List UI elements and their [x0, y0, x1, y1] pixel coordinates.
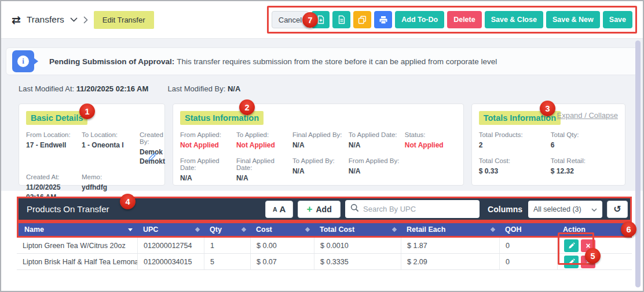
add-todo-button[interactable]: Add To-Do	[395, 11, 444, 28]
basic-details-title: Basic Details	[26, 111, 87, 125]
field-to-applied: To Applied: Not Applied	[236, 131, 288, 150]
annotation-rect-toolbar: Cancel Add To-Do Delete Save & Close Sav…	[267, 6, 637, 34]
column-header-action: Action	[557, 226, 630, 234]
approval-banner: i Pending Submission of Approval:This tr…	[6, 47, 638, 75]
cell-retail-each: $ 1.87	[401, 238, 499, 253]
products-table-body: Lipton Green Tea W/Citrus 20oz 012000012…	[17, 238, 632, 270]
table-header-row: Name UPC Qty Cost Total Cost Retail Each	[19, 223, 630, 236]
field-status: Status: Not Applied	[405, 131, 456, 150]
columns-label: Columns	[488, 205, 522, 214]
products-title: Products On Transfer	[27, 204, 109, 214]
font-size-toggle-button[interactable]: A A	[265, 201, 293, 218]
field-from-location: From Location: 17 - Endwell	[26, 131, 77, 166]
cell-total-cost: $ 0.0010	[314, 238, 401, 253]
cell-qoh: 0	[499, 238, 557, 253]
cell-retail-each: $ 2.09	[401, 254, 499, 269]
annotation-rect-products-bar: Products On Transfer A A + Add Columns	[17, 197, 632, 221]
table-row: Lipton Green Tea W/Citrus 20oz 012000012…	[17, 238, 632, 254]
delete-button[interactable]: Delete	[447, 11, 482, 28]
callout-3: 3	[540, 101, 555, 116]
edit-row-pencil-icon[interactable]	[564, 256, 579, 268]
callout-5: 5	[585, 248, 601, 264]
file-lines-icon[interactable]	[332, 11, 350, 28]
field-total-retail: Total Retail: $ 12.32	[551, 157, 618, 176]
breadcrumb: ⇄ Transfers Edit Transfer	[12, 11, 154, 29]
callout-6: 6	[621, 221, 636, 237]
cell-upc: 012000034015	[137, 254, 204, 269]
column-header-cost[interactable]: Cost	[250, 226, 314, 234]
column-header-name[interactable]: Name	[19, 226, 137, 234]
transfers-icon: ⇄	[12, 13, 21, 26]
table-row: Lipton Brisk Half & Half Tea Lemonade 1 …	[17, 254, 632, 270]
breadcrumb-module[interactable]: Transfers	[27, 14, 64, 25]
vertical-scrollbar[interactable]	[635, 40, 641, 287]
add-product-button[interactable]: + Add	[298, 201, 341, 218]
banner-text: Pending Submission of Approval:This tran…	[49, 57, 497, 66]
plus-icon: +	[307, 204, 313, 215]
breadcrumb-separator-icon	[83, 16, 88, 24]
cell-qoh: 0	[499, 254, 557, 269]
callout-2: 2	[239, 99, 255, 115]
modified-at-label: Last Modified At:	[19, 84, 74, 93]
save-button[interactable]: Save	[603, 11, 632, 28]
products-toolbar: Products On Transfer A A + Add Columns	[19, 198, 630, 220]
sort-icon	[491, 227, 495, 232]
cell-cost: $ 0.07	[250, 254, 314, 269]
sort-icon	[195, 227, 200, 232]
detail-panels: Basic Details From Location: 17 - Endwel…	[19, 104, 625, 186]
banner-title: Pending Submission of Approval:	[49, 57, 174, 66]
field-to-applied-date: To Applied Date: N/A	[349, 131, 400, 150]
modified-by-value: N/A	[228, 84, 240, 93]
sort-desc-icon	[128, 228, 133, 231]
modified-at-value: 11/20/2025 02:16 AM	[76, 84, 149, 93]
banner-message: This transfer requires submission from t…	[177, 57, 497, 66]
field-final-applied-by: Final Applied By: N/A	[292, 131, 344, 150]
copy-icon[interactable]	[353, 11, 371, 28]
column-header-retail-each[interactable]: Retail Each	[401, 226, 499, 234]
field-total-products: Total Products: 2	[479, 131, 546, 150]
column-header-qoh[interactable]: QOH	[499, 226, 557, 234]
cell-name: Lipton Brisk Half & Half Tea Lemonade 1 …	[17, 254, 137, 269]
callout-1: 1	[79, 104, 95, 119]
chevron-down-icon[interactable]	[70, 17, 78, 22]
cell-cost: $ 0.00	[250, 238, 314, 253]
field-total-cost: Total Cost: $ 0.33	[479, 157, 546, 176]
cell-qty: 5	[204, 254, 250, 269]
search-icon	[350, 204, 359, 215]
field-to-location: To Location: 1 - Oneonta I	[82, 131, 135, 166]
last-modified-row: Last Modified At: 11/20/2025 02:16 AM La…	[19, 84, 643, 93]
cell-upc: 012000012754	[137, 238, 204, 253]
upc-search-box	[345, 200, 480, 218]
info-icon: i	[12, 50, 34, 72]
scrollbar-thumb[interactable]	[635, 40, 641, 287]
callout-7: 7	[302, 12, 318, 28]
field-total-qty: Total Qty: 6	[551, 131, 618, 150]
search-input[interactable]	[363, 205, 474, 213]
sort-icon	[305, 227, 310, 232]
field-final-applied-date: Final Applied Date: N/A	[236, 157, 288, 183]
sort-icon	[392, 227, 397, 232]
column-header-qty[interactable]: Qty	[204, 226, 250, 234]
cell-total-cost: $ 0.3335	[314, 254, 401, 269]
expand-collapse-link[interactable]: Expand / Collapse	[557, 111, 618, 120]
products-section: Products On Transfer A A + Add Columns	[1, 191, 643, 270]
field-to-applied-by: To Applied By: N/A	[292, 157, 344, 183]
columns-select[interactable]: All selected (3)	[528, 201, 602, 218]
column-header-total-cost[interactable]: Total Cost	[314, 226, 401, 234]
save-close-button[interactable]: Save & Close	[485, 11, 543, 28]
modified-by-label: Last Modified By:	[168, 84, 226, 93]
print-icon[interactable]	[374, 11, 392, 28]
status-information-panel: Status Information From Applied: Not App…	[173, 104, 464, 186]
save-new-button[interactable]: Save & New	[546, 11, 600, 28]
cell-qty: 1	[204, 238, 250, 253]
reset-columns-icon[interactable]: ↺	[607, 201, 628, 218]
sort-icon	[241, 227, 246, 232]
column-header-upc[interactable]: UPC	[137, 226, 204, 234]
callout-4: 4	[120, 194, 136, 209]
chevron-down-icon	[591, 205, 597, 213]
field-from-applied-by: From Applied By: N/A	[349, 157, 400, 183]
top-bar: ⇄ Transfers Edit Transfer Cancel Add To-…	[1, 1, 643, 38]
edit-row-pencil-icon[interactable]	[564, 239, 579, 252]
memo-edit-pencil-icon[interactable]	[148, 153, 156, 164]
field-from-applied: From Applied: Not Applied	[180, 131, 232, 150]
